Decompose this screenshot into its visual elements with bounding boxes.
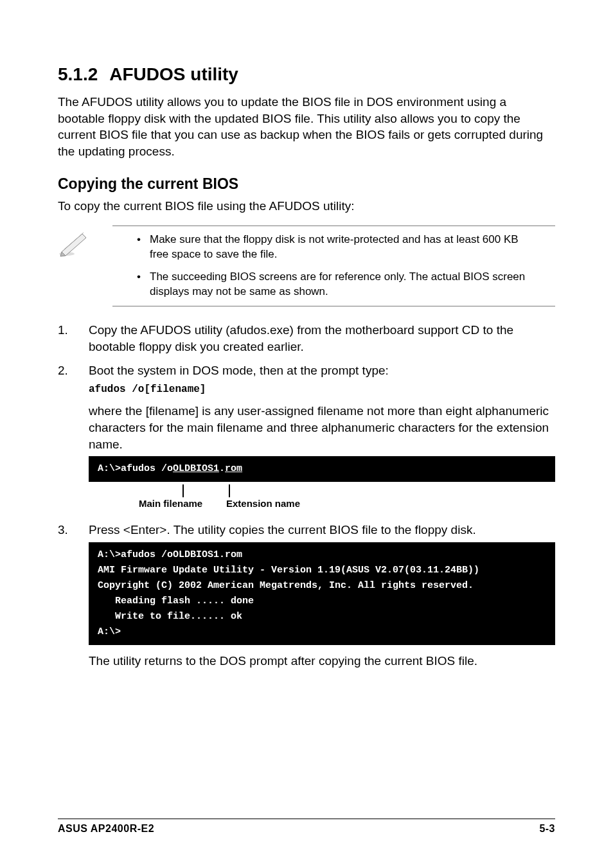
step-text: Press <Enter>. The utility copies the cu… <box>89 523 476 536</box>
section-body: The AFUDOS utility allows you to update … <box>58 94 555 160</box>
terminal-line: A:\> <box>98 626 121 637</box>
step-3: 3. Press <Enter>. The utility copies the… <box>58 522 555 669</box>
label-extension-name: Extension name <box>226 497 300 510</box>
section-title: AFUDOS utility <box>109 64 238 85</box>
terminal-output-2: A:\>afudos /oOLDBIOS1.rom AMI Firmware U… <box>89 542 555 645</box>
note-item: The succeeding BIOS screens are for refe… <box>132 270 536 299</box>
step-after: The utility returns to the DOS prompt af… <box>89 653 555 669</box>
note-list: Make sure that the floppy disk is not wr… <box>132 233 536 299</box>
step-desc: where the [filename] is any user-assigne… <box>89 404 549 450</box>
step-command: afudos /o[filename] <box>89 383 555 397</box>
terminal-line: Reading flash ..... done <box>98 596 254 607</box>
page: 5.1.2 AFUDOS utility The AFUDOS utility … <box>0 0 613 868</box>
pencil-icon <box>58 230 90 260</box>
svg-marker-1 <box>62 234 86 256</box>
step-2: 2. Boot the system in DOS mode, then at … <box>58 362 555 510</box>
filename-labels: Main filename Extension name <box>89 484 555 510</box>
note-block: Make sure that the floppy disk is not wr… <box>112 226 555 306</box>
terminal-output-1: A:\>afudos /oOLDBIOS1.rom <box>89 456 555 482</box>
connector-line <box>229 484 230 497</box>
terminal-prefix: A:\>afudos /o <box>98 463 173 474</box>
step-number: 3. <box>58 522 68 538</box>
section-title-row: 5.1.2 AFUDOS utility <box>58 64 555 85</box>
section-number: 5.1.2 <box>58 64 98 85</box>
page-footer: ASUS AP2400R-E2 5-3 <box>58 819 555 835</box>
label-main-filename: Main filename <box>139 497 202 510</box>
footer-right: 5-3 <box>539 823 555 835</box>
footer-left: ASUS AP2400R-E2 <box>58 823 154 835</box>
subsection-body: To copy the current BIOS file using the … <box>58 198 555 215</box>
step-text: Copy the AFUDOS utility (afudos.exe) fro… <box>89 323 513 353</box>
terminal-line: Write to file...... ok <box>98 611 242 622</box>
step-1: 1. Copy the AFUDOS utility (afudos.exe) … <box>58 322 555 355</box>
terminal-ext: rom <box>225 463 242 474</box>
connector-line <box>182 484 184 497</box>
terminal-dot: . <box>219 463 225 474</box>
terminal-line: AMI Firmware Update Utility - Version 1.… <box>98 565 479 576</box>
step-number: 2. <box>58 362 68 379</box>
terminal-line: Copyright (C) 2002 American Megatrends, … <box>98 580 474 591</box>
step-text: Boot the system in DOS mode, then at the… <box>89 364 389 377</box>
note-item: Make sure that the floppy disk is not wr… <box>132 233 536 262</box>
terminal-filename: OLDBIOS1 <box>173 463 219 474</box>
steps-list: 1. Copy the AFUDOS utility (afudos.exe) … <box>58 322 555 669</box>
terminal-line: A:\>afudos /oOLDBIOS1.rom <box>98 549 242 560</box>
subsection-title: Copying the current BIOS <box>58 175 555 193</box>
step-number: 1. <box>58 322 68 339</box>
